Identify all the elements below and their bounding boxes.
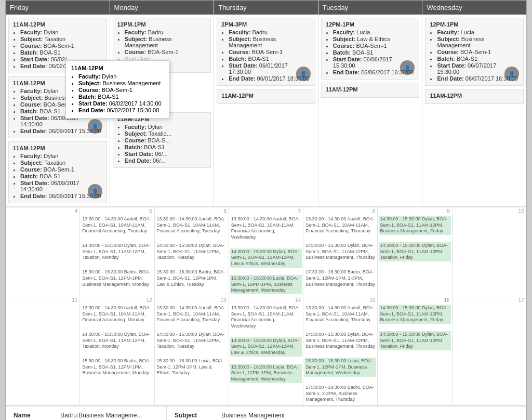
name-label: Name <box>14 412 60 419</box>
session-time: 11AM-12PM <box>13 145 102 151</box>
friday-session-3[interactable]: 11AM-12PM Faculty: Dylan Subject: Taxati… <box>8 141 107 203</box>
wednesday-header: Wednesday <box>422 1 526 15</box>
thursday-header: Thursday <box>214 1 318 15</box>
week-cell-13[interactable]: 13 13:30:00 - 14:30:00 Aadolf, BOA-Sem-1… <box>155 296 229 405</box>
thursday-session-1[interactable]: 2PM-3PM Faculty: Badru Subject: Business… <box>217 18 315 86</box>
day-column-tuesday: Tuesday 12PM-1PM Faculty: Lucia Subject:… <box>318 1 423 206</box>
subject-value: Business Management <box>221 412 285 419</box>
week-cell-17[interactable]: 17 <box>453 296 526 405</box>
tuesday-session-2[interactable]: 11AM-12PM <box>321 83 420 98</box>
week-cell-8[interactable]: 8 13:30:00 - 14:30:00 Aadolf, BOA-Sem-1,… <box>303 207 378 296</box>
week-cell-15[interactable]: 15 13:30:00 - 14:30:00 Aadolf, BOA-Sem-1… <box>303 296 378 405</box>
week-cell-10[interactable]: 10 <box>453 207 526 296</box>
wednesday-session-1[interactable]: 12PM-1PM Faculty: Lucia Subject: Busines… <box>425 18 524 86</box>
session-time: 12PM-1PM <box>430 21 519 28</box>
week-cell-7[interactable]: 7 13:30:00 - 14:30:00 Aadolf, BOA-Sem-1,… <box>229 207 303 296</box>
week-cell-9[interactable]: 9 14:30:00 - 15:30:00 Dylan, BOA-Sem-1, … <box>378 207 452 296</box>
session-time: 2PM-3PM <box>221 21 311 28</box>
thursday-session-2[interactable]: 11AM-12PM <box>217 89 315 104</box>
week-cell-16[interactable]: 16 14:30:00 - 15:30:00 Dylan, BOA-Sem-1,… <box>378 296 452 405</box>
tuesday-header: Tuesday <box>318 1 422 15</box>
info-row-name: Name Badru:Business Manageme... <box>14 412 158 419</box>
info-left: Name Badru:Business Manageme... Timing 1… <box>6 406 167 420</box>
subject-label: Subject <box>175 412 221 419</box>
monday-header: Monday <box>110 1 214 15</box>
tooltip-card: 11AM-12PM Faculty: Dylan Subject: Busine… <box>65 60 169 119</box>
week-row-1: 4 5 13:30:00 - 14:30:00 Aadolf, BOA-Sem-… <box>6 207 526 296</box>
week-cell-11[interactable]: 11 <box>6 296 80 405</box>
week-row-2: 11 12 13:30:00 - 14:30:00 Aadolf, BOA-Se… <box>6 296 526 405</box>
session-time: 11AM-12PM <box>221 93 311 99</box>
info-panel: Name Badru:Business Manageme... Timing 1… <box>6 405 526 420</box>
info-row-subject: Subject Business Management <box>175 412 518 419</box>
week-grid: 4 5 13:30:00 - 14:30:00 Aadolf, BOA-Sem-… <box>6 207 526 405</box>
day-column-wednesday: Wednesday 12PM-1PM Faculty: Lucia Subjec… <box>422 1 526 206</box>
week-cell-4[interactable]: 4 <box>6 207 80 296</box>
week-cell-5[interactable]: 5 13:30:00 - 14:30:00 Aadolf, BOA-Sem-1,… <box>80 207 154 296</box>
name-value: Badru:Business Manageme... <box>60 412 142 419</box>
session-time: 12PM-1PM <box>117 21 207 28</box>
info-right: Subject Business Management Start Time 0… <box>167 406 526 420</box>
monday-session-2[interactable]: 11AM-12PM Faculty: Dylan Subject: Taxati… <box>113 112 211 168</box>
session-time: 12PM-1PM <box>326 21 415 28</box>
tooltip-time: 11AM-12PM <box>71 65 164 71</box>
wednesday-session-2[interactable]: 11AM-12PM <box>425 89 524 104</box>
main-container: Friday 11AM-12PM Faculty: Dylan Subject:… <box>5 0 527 420</box>
session-time: 11AM-12PM <box>13 21 102 28</box>
week-cell-14[interactable]: 14 13:30:00 - 14:30:00 Aadolf, BOA-Sem-1… <box>229 296 303 405</box>
day-column-thursday: Thursday 2PM-3PM Faculty: Badru Subject:… <box>214 1 318 206</box>
week-cell-12[interactable]: 12 13:30:00 - 14:30:00 Aadolf, BOA-Sem-1… <box>80 296 154 405</box>
week-cell-6[interactable]: 6 13:30:00 - 14:30:00 Aadolf, BOA-Sem-1,… <box>155 207 229 296</box>
session-time: 11AM-12PM <box>326 86 415 93</box>
session-time: 11AM-12PM <box>430 93 519 99</box>
friday-header: Friday <box>6 1 110 15</box>
tuesday-session-1[interactable]: 12PM-1PM Faculty: Lucia Subject: Law & E… <box>321 18 420 80</box>
